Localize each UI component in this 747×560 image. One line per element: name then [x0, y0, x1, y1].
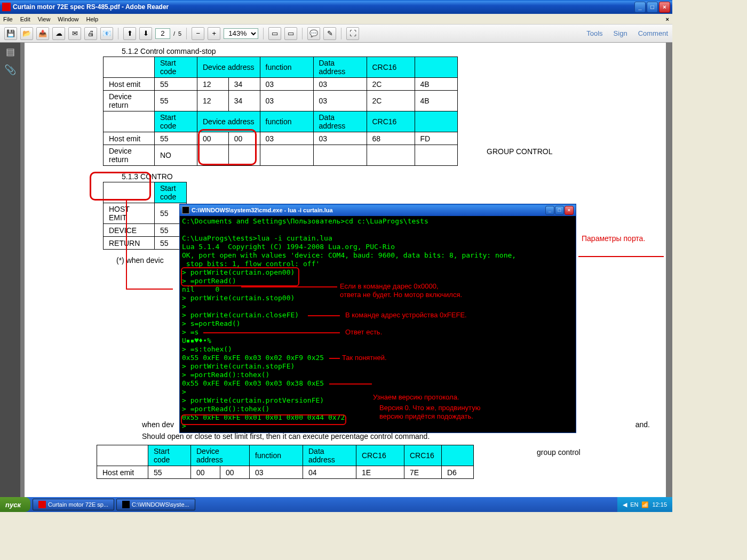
page-sep: /: [173, 30, 175, 37]
comment-link[interactable]: Comment: [638, 29, 668, 37]
note3: and.: [635, 420, 650, 429]
ann4: Так понятней.: [342, 354, 387, 362]
zoom-out-icon[interactable]: −: [192, 27, 204, 40]
cloud-icon[interactable]: ☁: [52, 27, 65, 40]
export-icon[interactable]: 📤: [36, 27, 49, 40]
fullscreen-icon[interactable]: ⛶: [346, 27, 359, 40]
sign-link[interactable]: Sign: [614, 29, 627, 37]
cmd-min-button[interactable]: _: [545, 206, 554, 215]
section-512: 5.1.2 Control command-stop: [122, 47, 659, 55]
menubar: File Edit View Window Help ×: [0, 14, 672, 25]
note2: when dev: [142, 420, 174, 429]
tools-link[interactable]: Tools: [586, 29, 602, 37]
maximize-button[interactable]: □: [647, 2, 658, 13]
page-input[interactable]: [155, 28, 170, 39]
send-icon[interactable]: 📧: [100, 27, 113, 40]
ann1a: Если в команде дарес 0x0000,: [340, 282, 439, 291]
close-button[interactable]: ×: [659, 2, 670, 13]
cmd-icon: [182, 206, 189, 214]
ann6a: Версия 0. Что же, продвинутую: [379, 404, 480, 412]
annline-3: [203, 332, 340, 333]
annline-1: [241, 286, 337, 287]
ann2: В команде адрес устройства 0xFEFE.: [345, 311, 467, 319]
taskbar: пуск Curtain motor 72E sp... C:\WINDOWS\…: [0, 497, 672, 512]
tool-a-icon[interactable]: ▭: [268, 27, 281, 40]
red-params-line: [578, 256, 664, 257]
tray-clock: 12:15: [652, 501, 667, 508]
main-titlebar: Curtain motor 72E spec RS-485.pdf - Adob…: [0, 0, 672, 14]
comment-icon[interactable]: 💬: [307, 27, 320, 40]
red-box-0x00: [181, 414, 346, 425]
window-title: Curtain motor 72E spec RS-485.pdf - Adob…: [13, 3, 634, 11]
ann1b: ответа не будет. Но мотор включился.: [340, 291, 462, 299]
prev-page-icon[interactable]: ⬆: [123, 27, 136, 40]
cmd-titlebar[interactable]: C:\WINDOWS\system32\cmd.exe - lua -i cur…: [180, 204, 576, 216]
toolbar: 💾 📂 📤 ☁ ✉ 🖨 📧 ⬆ ⬇ / 5 − + 143% ▭ ▭ 💬 ✎ ⛶…: [0, 25, 672, 43]
menu-help[interactable]: Help: [86, 16, 98, 22]
tool-b-icon[interactable]: ▭: [284, 27, 297, 40]
doc-close-icon[interactable]: ×: [666, 16, 669, 22]
table-stop: Start codeDevice addressfunctionData add…: [103, 57, 458, 166]
cmd-window: C:\WINDOWS\system32\cmd.exe - lua -i cur…: [179, 204, 576, 433]
tray-net-icon[interactable]: 📶: [641, 501, 649, 508]
menu-window[interactable]: Window: [58, 16, 78, 22]
cmd-max-button[interactable]: □: [555, 206, 564, 215]
group-control-2: group control: [537, 448, 581, 457]
attachments-icon[interactable]: 📎: [3, 64, 17, 78]
zoom-in-icon[interactable]: +: [208, 27, 220, 40]
tray-icon[interactable]: ◀: [623, 501, 627, 508]
next-page-icon[interactable]: ⬇: [139, 27, 152, 40]
open-icon[interactable]: 📂: [20, 27, 33, 40]
cmd-title: C:\WINDOWS\system32\cmd.exe - lua -i cur…: [192, 207, 333, 213]
red-highlight-devreturn: [90, 172, 151, 201]
annline-2: [308, 315, 340, 316]
zoom-select[interactable]: 143%: [224, 28, 258, 39]
section-513: 5.1.3 CONTRO: [122, 172, 659, 181]
print-icon[interactable]: 🖨: [84, 27, 97, 40]
minimize-button[interactable]: _: [634, 2, 646, 13]
group-control-label: GROUP CONTROL: [487, 147, 552, 156]
menu-view[interactable]: View: [38, 16, 51, 22]
sidebar: ▤ 📎: [0, 43, 20, 497]
ann3: Ответ есть.: [345, 328, 382, 337]
ann6b: версию придётся подождать.: [379, 412, 473, 421]
task-reader[interactable]: Curtain motor 72E sp...: [33, 499, 114, 510]
thumbnails-icon[interactable]: ▤: [3, 46, 17, 60]
table-percent: Start codeDevice addressfunctionData add…: [97, 445, 474, 479]
system-tray[interactable]: ◀ EN 📶 12:15: [617, 497, 672, 512]
cmd-close-button[interactable]: ×: [565, 206, 574, 215]
page-total: 5: [178, 30, 181, 37]
highlight-icon[interactable]: ✎: [323, 27, 336, 40]
mail-icon[interactable]: ✉: [68, 27, 81, 40]
red-connector-1: [126, 201, 127, 289]
workspace: ▤ 📎 5.1.2 Control command-stop Start cod…: [0, 43, 672, 497]
ann5: Узнаем версию протокола.: [373, 393, 459, 402]
ann-params-1: Параметры порта.: [582, 234, 645, 243]
red-connector-2: [126, 289, 173, 290]
start-button[interactable]: пуск: [0, 497, 30, 512]
task-cmd[interactable]: C:\WINDOWS\syste...: [116, 499, 195, 510]
note4: Should open or close to set limit first,…: [142, 432, 430, 441]
red-box-open00: [181, 267, 299, 286]
red-highlight-devaddr: [198, 129, 257, 165]
menu-edit[interactable]: Edit: [20, 16, 30, 22]
save-icon[interactable]: 💾: [4, 27, 17, 40]
menu-file[interactable]: File: [3, 16, 13, 22]
annline-5: [329, 383, 372, 385]
annline-4: [329, 358, 340, 359]
tray-lang-icon[interactable]: EN: [630, 501, 638, 508]
cmd-output[interactable]: C:\Documents and Settings\Пользователь>c…: [180, 216, 576, 433]
app-icon: [2, 3, 11, 11]
